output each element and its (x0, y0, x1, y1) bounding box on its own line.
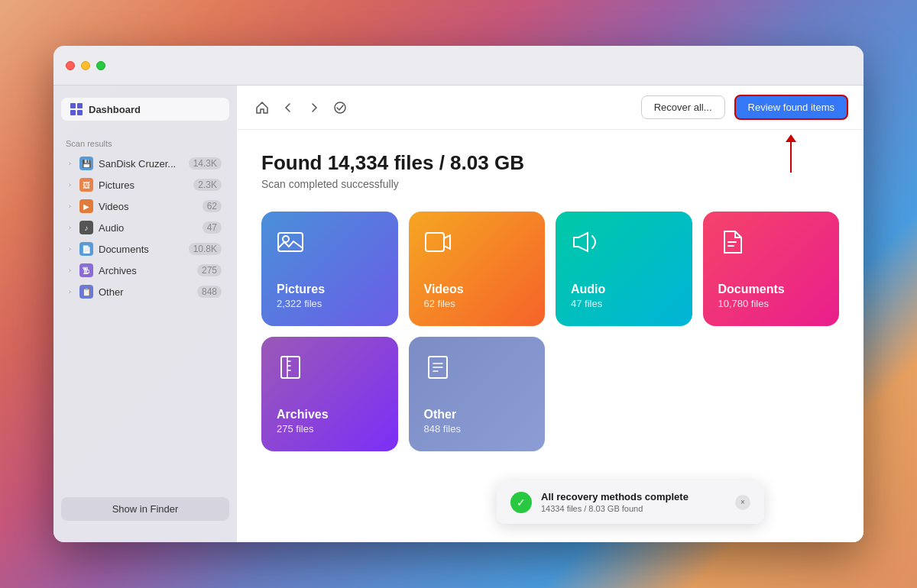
sidebar-item-count: 14.3K (189, 157, 222, 170)
card-icon-archives (277, 354, 383, 396)
other-icon: 📋 (79, 285, 93, 299)
minimize-button[interactable] (81, 61, 90, 70)
card-name: Documents (718, 283, 825, 296)
sidebar-item-name: SanDisk Cruzer... (99, 158, 189, 170)
recover-all-button[interactable]: Recover all... (641, 95, 725, 119)
show-in-finder-button[interactable]: Show in Finder (61, 497, 229, 521)
audio-icon: ♪ (79, 221, 93, 234)
card-videos[interactable]: Videos 62 files (409, 212, 546, 326)
titlebar (53, 46, 864, 86)
sidebar-item-name: Pictures (99, 179, 193, 191)
sidebar-item-count: 47 (203, 221, 222, 234)
forward-icon (307, 101, 321, 115)
card-info: Other 848 files (424, 408, 530, 435)
card-info: Documents 10,780 files (718, 283, 825, 309)
sidebar-item-name: Videos (99, 201, 203, 212)
sidebar-item-name: Documents (99, 244, 189, 255)
card-count: 10,780 files (718, 298, 825, 309)
card-icon-pictures (277, 228, 383, 274)
chevron-icon: › (69, 267, 76, 274)
dashboard-label: Dashboard (89, 104, 141, 115)
chevron-icon: › (69, 245, 76, 253)
svg-rect-4 (281, 357, 300, 378)
home-button[interactable] (252, 98, 272, 118)
videos-icon: ▶ (79, 199, 93, 213)
toast-content: All recovery methods complete 14334 file… (541, 491, 726, 513)
drive-icon: 💾 (79, 157, 93, 170)
sidebar-item-count: 848 (197, 286, 222, 298)
sidebar: Dashboard Scan results › 💾 SanDisk Cruze… (53, 86, 237, 542)
card-archives[interactable]: Archives 275 files (261, 337, 398, 451)
sidebar-nav: Dashboard (53, 98, 237, 133)
card-count: 47 files (571, 298, 677, 309)
card-pictures[interactable]: Pictures 2,322 files (261, 212, 398, 326)
card-audio[interactable]: Audio 47 files (556, 212, 692, 326)
sidebar-item-name: Other (99, 286, 197, 298)
placeholder-1 (556, 337, 692, 451)
main-content: Recover all... Review found items Found … (237, 86, 864, 542)
toast-close-button[interactable]: × (735, 495, 750, 510)
dashboard-button[interactable]: Dashboard (61, 98, 229, 121)
sidebar-item-count: 275 (197, 264, 222, 276)
dashboard-icon (70, 103, 83, 115)
card-name: Archives (277, 408, 383, 422)
card-name: Pictures (277, 283, 383, 296)
review-btn-container: Review found items (734, 95, 848, 120)
sidebar-item-count: 2.3K (193, 179, 222, 191)
cards-grid-row1: Pictures 2,322 files Videos 62 files (261, 212, 839, 326)
sidebar-footer: Show in Finder (53, 488, 237, 530)
card-count: 2,322 files (277, 298, 383, 309)
home-icon (255, 101, 269, 115)
check-button[interactable] (330, 98, 350, 118)
toast-notification: ✓ All recovery methods complete 14334 fi… (497, 480, 764, 524)
sidebar-item-videos[interactable]: › ▶ Videos 62 (57, 195, 234, 217)
placeholder-2 (703, 337, 840, 451)
card-icon-other (424, 354, 530, 396)
chevron-icon: › (69, 160, 76, 167)
scan-results-label: Scan results (53, 133, 237, 153)
sidebar-item-documents[interactable]: › 📄 Documents 10.8K (57, 238, 234, 260)
toolbar: Recover all... Review found items (237, 86, 864, 130)
toast-title: All recovery methods complete (541, 491, 726, 502)
forward-button[interactable] (304, 98, 324, 118)
content-area: Found 14,334 files / 8.03 GB Scan comple… (237, 130, 864, 542)
svg-point-0 (335, 102, 345, 113)
sidebar-item-sandisk[interactable]: › 💾 SanDisk Cruzer... 14.3K (57, 153, 234, 174)
card-count: 275 files (277, 423, 383, 435)
card-name: Videos (424, 283, 530, 296)
card-count: 62 files (424, 298, 530, 309)
back-icon (281, 101, 295, 115)
chevron-icon: › (69, 288, 76, 296)
chevron-icon: › (69, 202, 76, 210)
documents-icon: 📄 (79, 242, 93, 256)
card-documents[interactable]: Documents 10,780 files (703, 212, 840, 326)
svg-rect-3 (426, 233, 444, 251)
svg-rect-1 (278, 233, 303, 251)
toast-check-icon: ✓ (510, 492, 532, 513)
sidebar-item-pictures[interactable]: › 🖼 Pictures 2.3K (57, 174, 234, 195)
review-found-button[interactable]: Review found items (734, 95, 848, 120)
archives-icon: 🗜 (79, 263, 93, 277)
close-button[interactable] (66, 61, 75, 70)
scan-subtitle: Scan completed successfully (261, 178, 839, 190)
card-icon-videos (424, 228, 530, 271)
nav-icons (252, 98, 350, 118)
sidebar-item-audio[interactable]: › ♪ Audio 47 (57, 217, 234, 238)
card-info: Videos 62 files (424, 283, 530, 309)
card-name: Other (424, 408, 530, 422)
chevron-icon: › (69, 181, 76, 189)
window-body: Dashboard Scan results › 💾 SanDisk Cruze… (53, 86, 864, 542)
cards-grid-row2: Archives 275 files Other 848 files (261, 337, 839, 451)
sidebar-item-other[interactable]: › 📋 Other 848 (57, 281, 234, 302)
card-other[interactable]: Other 848 files (409, 337, 546, 451)
chevron-icon: › (69, 224, 76, 231)
card-info: Pictures 2,322 files (277, 283, 383, 309)
back-button[interactable] (278, 98, 298, 118)
toast-subtitle: 14334 files / 8.03 GB found (541, 504, 726, 513)
card-count: 848 files (424, 423, 530, 435)
sidebar-item-archives[interactable]: › 🗜 Archives 275 (57, 260, 234, 281)
check-icon (333, 101, 347, 115)
card-icon-documents (718, 228, 825, 271)
sidebar-item-count: 10.8K (189, 243, 222, 255)
maximize-button[interactable] (96, 61, 105, 70)
